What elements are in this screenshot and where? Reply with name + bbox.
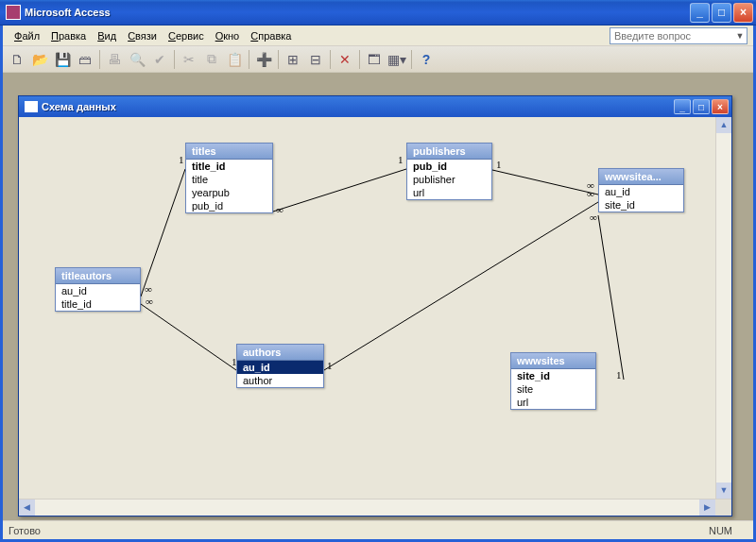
help-question-input[interactable] <box>610 28 733 43</box>
svg-line-3 <box>273 169 406 212</box>
svg-text:1: 1 <box>616 369 622 381</box>
field-wwwsitea-au_id[interactable]: au_id <box>599 185 683 198</box>
relationships-window[interactable]: Схема данных _ □ × ∞1 ∞1 ∞1 <box>18 95 732 517</box>
field-authors-au_id[interactable]: au_id <box>237 361 323 374</box>
table-titleautors[interactable]: titleautors au_id title_id <box>55 267 141 312</box>
canvas-vertical-scrollbar[interactable]: ▲ ▼ <box>715 117 731 499</box>
print-icon[interactable]: 🖶 <box>104 49 125 70</box>
table-wwwsites[interactable]: wwwsites site_id site url <box>510 352 596 410</box>
add-table-icon[interactable]: ➕ <box>253 49 274 70</box>
status-bar: Готово NUM <box>3 520 753 539</box>
direct-relations-icon[interactable]: ⊞ <box>283 49 303 70</box>
field-publishers-url[interactable]: url <box>407 186 491 199</box>
paste-icon[interactable]: 📋 <box>224 49 245 70</box>
scroll-left-icon[interactable]: ◀ <box>19 500 35 516</box>
maximize-button[interactable]: □ <box>712 3 731 23</box>
field-wwwsites-site_id[interactable]: site_id <box>511 369 595 382</box>
field-publishers-pub_id[interactable]: pub_id <box>407 160 491 173</box>
canvas-horizontal-scrollbar[interactable]: ◀ ▶ <box>19 499 731 516</box>
svg-text:∞: ∞ <box>146 296 153 307</box>
field-wwwsites-site[interactable]: site <box>511 382 595 396</box>
main-toolbar: 🗋 📂 💾 🗃 🖶 🔍 ✔ ✂ ⧉ 📋 ➕ ⊞ ⊟ ✕ 🗔 ▦▾ ? <box>3 46 753 73</box>
svg-text:1: 1 <box>398 154 404 165</box>
delete-icon[interactable]: ✕ <box>335 49 355 70</box>
field-wwwsites-url[interactable]: url <box>511 396 595 409</box>
relationships-window-title: Схема данных <box>42 101 674 112</box>
new-icon[interactable]: 🗋 <box>7 49 27 70</box>
close-button[interactable]: × <box>733 3 753 23</box>
svg-text:1: 1 <box>327 360 333 371</box>
svg-line-15 <box>598 215 624 380</box>
preview-icon[interactable]: 🔍 <box>127 49 147 70</box>
svg-text:1: 1 <box>179 154 184 165</box>
scroll-down-icon[interactable]: ▼ <box>716 483 731 499</box>
inner-maximize-button[interactable]: □ <box>693 99 710 114</box>
table-wwwsitea-header[interactable]: wwwsitea... <box>599 169 683 185</box>
svg-text:∞: ∞ <box>587 188 594 199</box>
status-numlock-indicator: NUM <box>694 525 747 536</box>
svg-text:1: 1 <box>496 159 502 170</box>
field-publishers-publisher[interactable]: publisher <box>407 173 491 186</box>
cut-icon[interactable]: ✂ <box>179 49 199 70</box>
status-message: Готово <box>9 525 694 536</box>
scroll-right-icon[interactable]: ▶ <box>699 500 715 516</box>
help-question-dropdown-icon[interactable]: ▼ <box>733 31 747 41</box>
scroll-corner <box>715 500 731 516</box>
copy-icon[interactable]: ⧉ <box>201 49 222 70</box>
menu-file[interactable]: Файл <box>9 28 45 43</box>
field-titles-pub_id[interactable]: pub_id <box>186 199 272 212</box>
relationships-icon[interactable]: 🗔 <box>364 49 385 70</box>
relationships-canvas[interactable]: ∞1 ∞1 ∞1 1∞ 1∞ ∞1 <box>19 117 731 516</box>
svg-text:∞: ∞ <box>587 179 594 191</box>
svg-text:∞: ∞ <box>276 204 284 215</box>
svg-line-6 <box>141 304 236 370</box>
window-buttons: _ □ × <box>690 3 753 23</box>
svg-line-12 <box>492 170 598 195</box>
inner-close-button[interactable]: × <box>712 99 729 114</box>
access-app-icon <box>6 5 21 20</box>
help-question-box[interactable]: ▼ <box>610 27 747 44</box>
table-publishers-header[interactable]: publishers <box>407 144 491 160</box>
menu-window[interactable]: Окно <box>210 28 246 43</box>
app-titlebar: Microsoft Access _ □ × <box>0 0 756 25</box>
field-titleautors-title_id[interactable]: title_id <box>56 297 140 311</box>
save-all-icon[interactable]: 🗃 <box>75 49 95 70</box>
field-titles-yearpub[interactable]: yearpub <box>186 186 272 199</box>
relationships-window-icon <box>25 101 38 112</box>
menu-help[interactable]: Справка <box>245 28 297 43</box>
table-authors[interactable]: authors au_id author <box>236 344 324 388</box>
table-wwwsitea[interactable]: wwwsitea... au_id site_id <box>598 168 684 212</box>
svg-line-0 <box>141 169 185 296</box>
all-relations-icon[interactable]: ⊟ <box>305 49 326 70</box>
table-titles[interactable]: titles title_id title yearpub pub_id <box>185 143 273 213</box>
relationships-titlebar: Схема данных _ □ × <box>19 96 731 117</box>
minimize-button[interactable]: _ <box>690 3 710 23</box>
menu-edit[interactable]: Правка <box>45 28 92 43</box>
menu-view[interactable]: Вид <box>92 28 122 43</box>
mdi-area: Схема данных _ □ × ∞1 ∞1 ∞1 <box>3 73 753 520</box>
open-icon[interactable]: 📂 <box>29 49 50 70</box>
table-publishers[interactable]: publishers pub_id publisher url <box>406 143 492 200</box>
menu-bar: Файл Правка Вид Связи Сервис Окно Справк… <box>3 25 753 46</box>
save-icon[interactable]: 💾 <box>52 49 73 70</box>
svg-text:∞: ∞ <box>145 283 152 295</box>
field-titles-title_id[interactable]: title_id <box>186 160 272 173</box>
menu-relations[interactable]: Связи <box>122 28 163 43</box>
field-authors-author[interactable]: author <box>237 374 323 387</box>
field-titles-title[interactable]: title <box>186 173 272 186</box>
scroll-up-icon[interactable]: ▲ <box>716 117 731 133</box>
menu-tools[interactable]: Сервис <box>163 28 210 43</box>
spell-icon[interactable]: ✔ <box>149 49 170 70</box>
builder-dropdown-icon[interactable]: ▦▾ <box>387 49 407 70</box>
table-wwwsites-header[interactable]: wwwsites <box>511 353 595 369</box>
svg-text:∞: ∞ <box>590 212 597 223</box>
table-titles-header[interactable]: titles <box>186 144 272 160</box>
help-icon[interactable]: ? <box>416 49 437 70</box>
inner-minimize-button[interactable]: _ <box>674 99 691 114</box>
field-titleautors-au_id[interactable]: au_id <box>56 284 140 297</box>
table-titleautors-header[interactable]: titleautors <box>56 268 140 284</box>
app-title: Microsoft Access <box>25 7 690 18</box>
field-wwwsitea-site_id[interactable]: site_id <box>599 198 683 212</box>
table-authors-header[interactable]: authors <box>237 345 323 361</box>
app-client-area: Файл Правка Вид Связи Сервис Окно Справк… <box>0 25 756 542</box>
